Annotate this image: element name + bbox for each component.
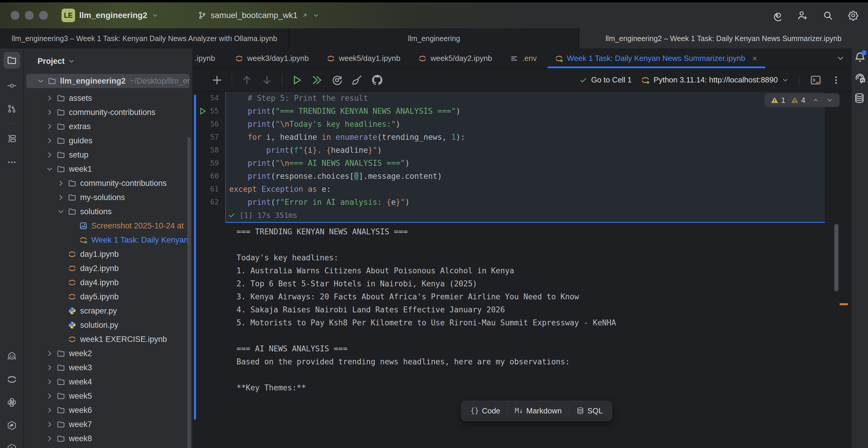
tree-item[interactable]: week8	[24, 431, 192, 446]
tree-item[interactable]: .env	[24, 446, 192, 448]
tree-item[interactable]: community-contributions	[24, 105, 192, 119]
tree-item[interactable]: day4.ipynb	[24, 276, 192, 290]
editor-scrollbar-thumb[interactable]	[834, 224, 838, 291]
notifications-bell-icon[interactable]	[854, 51, 867, 64]
jupyter-tool-button[interactable]	[4, 371, 20, 388]
ai-assistant-icon[interactable]	[854, 71, 867, 85]
editor-tab[interactable]: .env	[501, 49, 546, 68]
tree-item[interactable]: week6	[24, 403, 192, 417]
code-line[interactable]: 59 print("\n=== AI NEWS ANALYSIS ===")	[193, 157, 823, 170]
tree-item[interactable]: my-solutions	[24, 190, 192, 204]
add-sql-cell-button[interactable]: SQL	[569, 401, 610, 420]
python-packages-tool-button[interactable]	[4, 417, 20, 434]
tree-scrollbar[interactable]	[187, 137, 191, 448]
code-line[interactable]: 56 print("\nToday's key headlines:")	[193, 118, 823, 131]
move-cell-up-button[interactable]	[240, 73, 253, 87]
go-to-cell-button[interactable]: Go to Cell 1	[579, 75, 632, 85]
tree-item[interactable]: Screenshot 2025-10-24 at	[24, 219, 192, 233]
editor-tab[interactable]: week5/day1.ipynb	[317, 49, 409, 68]
line-number: 60	[193, 172, 219, 180]
branch-widget[interactable]: samuel_bootcamp_wk1	[197, 11, 320, 20]
run-cell-button[interactable]	[290, 73, 303, 87]
warning-count-weak: 4	[801, 96, 805, 105]
add-markdown-cell-button[interactable]: M↓ Markdown	[507, 401, 569, 420]
tree-item[interactable]: week2	[24, 346, 192, 360]
code-line[interactable]: 58 print(f"{i}. {headline}")	[193, 143, 823, 157]
add-cell-button[interactable]	[211, 73, 223, 87]
window-controls[interactable]	[11, 11, 48, 20]
close-window-button[interactable]	[11, 11, 20, 20]
ai-actions-icon[interactable]	[771, 9, 783, 21]
code-lines[interactable]: 54 # Step 5: Print the result55 print("=…	[193, 92, 823, 209]
structure-tool-button[interactable]	[4, 130, 20, 147]
python-icon	[68, 321, 76, 329]
code-line[interactable]: 57 for i, headline in enumerate(trending…	[193, 131, 823, 143]
clear-outputs-button[interactable]	[351, 73, 364, 87]
hugging-face-tool-button[interactable]	[4, 348, 20, 365]
code-line[interactable]: 62 print(f"Error in AI analysis: {e}")	[193, 196, 823, 209]
learn-tool-button[interactable]	[4, 440, 20, 448]
code-line[interactable]: 60 print(response.choices[0].message.con…	[193, 170, 823, 183]
code-with-me-icon[interactable]	[797, 9, 808, 21]
tree-item[interactable]: week7	[24, 417, 192, 431]
commit-tool-button[interactable]	[4, 77, 20, 94]
database-tool-icon[interactable]	[854, 92, 867, 105]
error-stripe-mark[interactable]	[840, 303, 848, 305]
settings-gear-icon[interactable]	[847, 9, 859, 21]
project-panel-header[interactable]: Project	[24, 49, 192, 74]
zoom-window-button[interactable]	[39, 11, 48, 20]
python-console-tool-button[interactable]	[4, 394, 20, 411]
tree-item[interactable]: solutions	[24, 204, 192, 219]
tree-item[interactable]: day2.ipynb	[24, 261, 192, 276]
jupyter-console-icon[interactable]	[809, 74, 822, 86]
editor-tab[interactable]: .ipynb	[193, 49, 226, 68]
tree-item[interactable]: week4	[24, 375, 192, 389]
tree-item[interactable]: community-contributions	[24, 176, 192, 190]
tree-item[interactable]: day5.ipynb	[24, 290, 192, 304]
next-problem-icon[interactable]	[826, 96, 834, 104]
move-cell-down-button[interactable]	[260, 73, 274, 87]
tree-item-label: week6	[69, 406, 92, 415]
tree-item[interactable]: week3	[24, 360, 192, 375]
tree-item[interactable]: week5	[24, 389, 192, 403]
tree-item[interactable]: Week 1 Task: Daily Kenyan	[24, 233, 192, 247]
editor-tab[interactable]: week5/day2.ipynb	[409, 49, 501, 68]
tree-item[interactable]: setup	[24, 148, 192, 162]
tree-item-path: ~/Desktop/llm_er	[130, 76, 190, 86]
editor-tab[interactable]: week3/day1.ipynb	[226, 49, 317, 68]
inspections-widget[interactable]: 1 4	[765, 93, 840, 107]
code-text: print("\nToday's key headlines:")	[219, 120, 400, 129]
editor-tab[interactable]: Week 1 Task: Daily Kenyan News Summarize…	[546, 49, 767, 68]
window-tab[interactable]: llm_engineering3 – Week 1 Task: Kenyan D…	[0, 28, 289, 49]
hidden-tabs-chevron-icon[interactable]	[835, 53, 845, 63]
pull-requests-tool-button[interactable]	[4, 100, 20, 117]
tree-item[interactable]: day1.ipynb	[24, 247, 192, 261]
close-icon[interactable]	[751, 55, 758, 62]
restart-kernel-button[interactable]	[331, 73, 344, 87]
tree-item[interactable]: scraper.py	[24, 304, 192, 318]
tree-item[interactable]: llm_engineering2~/Desktop/llm_er	[26, 74, 189, 88]
chevron-placeholder	[57, 307, 65, 315]
search-everywhere-icon[interactable]	[822, 9, 834, 21]
previous-problem-icon[interactable]	[812, 96, 819, 104]
tree-item[interactable]: guides	[24, 134, 192, 148]
code-line[interactable]: 55 print("=== TRENDING KENYAN NEWS ANALY…	[193, 105, 823, 118]
tree-item[interactable]: assets	[24, 91, 192, 105]
github-icon[interactable]	[371, 73, 384, 87]
minimize-window-button[interactable]	[25, 11, 34, 20]
add-code-cell-button[interactable]: {} Code	[463, 401, 507, 420]
tree-item[interactable]: solution.py	[24, 318, 192, 332]
window-tab[interactable]: llm_engineering	[289, 28, 579, 49]
tree-item[interactable]: week1 EXERCISE.ipynb	[24, 332, 192, 346]
code-line[interactable]: 54 # Step 5: Print the result	[193, 92, 823, 105]
project-tool-button[interactable]	[4, 52, 20, 69]
code-line[interactable]: 61except Exception as e:	[193, 183, 823, 196]
kernel-selector[interactable]: Python 3.11.14: http://localhost:8890	[641, 75, 789, 85]
window-tab[interactable]: llm_engineering2 – Week 1 Task: Daily Ke…	[579, 28, 868, 49]
more-options-kebab-icon[interactable]	[831, 75, 841, 86]
tree-item[interactable]: week1	[24, 162, 192, 176]
project-widget[interactable]: LE llm_engineering2	[61, 8, 159, 22]
run-all-cells-button[interactable]	[310, 73, 323, 87]
tree-item[interactable]: extras	[24, 119, 192, 134]
more-tools-button[interactable]	[4, 154, 20, 170]
